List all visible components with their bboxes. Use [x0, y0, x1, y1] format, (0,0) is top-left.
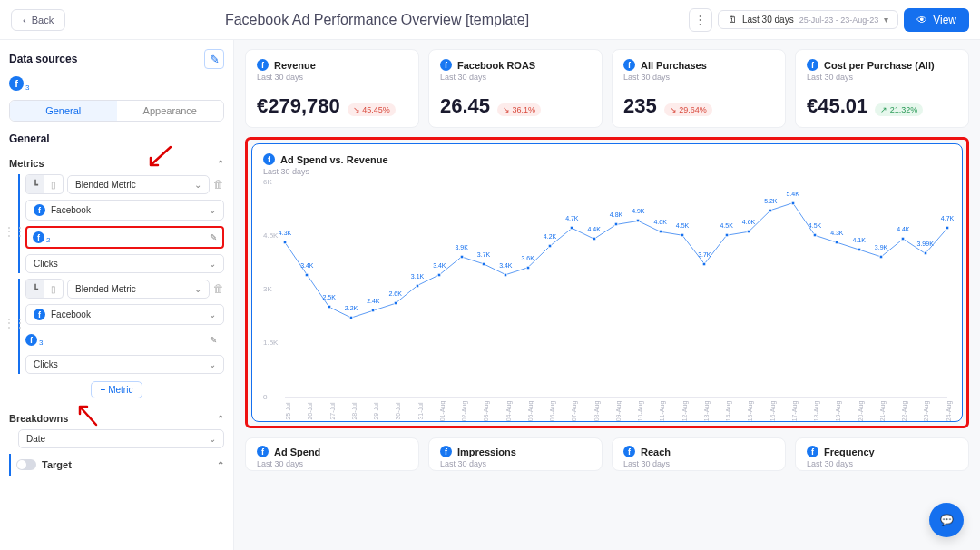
- tab-appearance[interactable]: Appearance: [117, 101, 224, 121]
- chart-card[interactable]: f Ad Spend vs. Revenue Last 30 days 01.5…: [251, 143, 963, 422]
- data-point-label: 4.6K: [742, 219, 755, 225]
- measure-label: Clicks: [34, 259, 58, 269]
- data-point[interactable]: [459, 254, 464, 259]
- chat-support-button[interactable]: 💬: [929, 503, 964, 537]
- chevron-up-icon: ⌃: [217, 159, 224, 169]
- breakdown-label: Date: [26, 434, 45, 444]
- breakdowns-section-toggle[interactable]: Breakdowns ⌃: [9, 408, 224, 429]
- pencil-icon[interactable]: ✎: [210, 232, 217, 242]
- y-axis-tick: 4.5K: [263, 231, 278, 240]
- data-point[interactable]: [482, 261, 486, 266]
- data-point[interactable]: [923, 251, 927, 256]
- x-axis-tick: 26-Jul: [307, 402, 313, 419]
- chart-style-toggle[interactable]: ┗ ▯: [25, 279, 64, 299]
- data-point-label: 3.7K: [698, 251, 710, 258]
- tab-general[interactable]: General: [10, 101, 117, 121]
- data-point[interactable]: [747, 230, 751, 234]
- data-point[interactable]: [525, 265, 530, 270]
- kpi-title: Cost per Purchase (All): [824, 60, 935, 71]
- bar-style-icon[interactable]: ▯: [44, 280, 63, 298]
- view-button[interactable]: 👁 View: [904, 8, 969, 32]
- data-point[interactable]: [879, 254, 884, 259]
- summary-card[interactable]: f Ad Spend Last 30 days: [245, 437, 419, 471]
- bar-style-icon[interactable]: ▯: [44, 175, 63, 193]
- data-point[interactable]: [592, 237, 596, 241]
- facebook-source-badge[interactable]: f 3: [9, 76, 224, 91]
- delete-metric-button[interactable]: 🗑: [213, 282, 224, 295]
- measure-dropdown[interactable]: Clicks ⌄: [25, 254, 224, 273]
- metrics-section-toggle[interactable]: Metrics ⌃: [9, 152, 224, 174]
- x-axis-tick: 31-Jul: [417, 402, 424, 419]
- drag-handle-icon[interactable]: ⋮⋮: [4, 225, 25, 238]
- data-point-label: 4.5K: [676, 222, 689, 229]
- data-point[interactable]: [437, 272, 442, 277]
- kpi-subtitle: Last 30 days: [257, 73, 407, 82]
- data-point[interactable]: [658, 230, 662, 234]
- kpi-card[interactable]: f Revenue Last 30 days €279,780 ↘ 45.45%: [245, 49, 419, 128]
- drag-handle-icon[interactable]: ⋮⋮: [4, 317, 25, 329]
- data-point[interactable]: [636, 219, 641, 223]
- pencil-icon[interactable]: ✎: [210, 335, 217, 345]
- source-facebook-dropdown[interactable]: f Facebook ⌄: [25, 200, 224, 221]
- kpi-card[interactable]: f All Purchases Last 30 days 235 ↘ 29.64…: [612, 49, 786, 128]
- metric-type-label: Blended Metric: [75, 180, 136, 190]
- data-point[interactable]: [790, 201, 795, 205]
- highlighted-source-item[interactable]: f 2 ✎: [25, 226, 224, 249]
- measure-dropdown[interactable]: Clicks ⌄: [25, 355, 224, 374]
- data-point[interactable]: [813, 233, 818, 238]
- data-point[interactable]: [349, 316, 354, 320]
- data-point[interactable]: [570, 226, 574, 231]
- facebook-icon: f: [257, 446, 269, 457]
- data-point[interactable]: [857, 248, 861, 252]
- target-section-toggle[interactable]: Target ⌃: [9, 454, 224, 476]
- data-point[interactable]: [901, 237, 906, 241]
- date-range-picker[interactable]: 🗓 Last 30 days 25-Jul-23 - 23-Aug-23 ▾: [718, 10, 898, 29]
- line-style-icon[interactable]: ┗: [26, 280, 44, 298]
- kpi-value: 235: [623, 94, 657, 118]
- kpi-card[interactable]: f Cost per Purchase (All) Last 30 days €…: [795, 49, 969, 128]
- summary-card[interactable]: f Impressions Last 30 days: [428, 437, 603, 471]
- data-point[interactable]: [702, 261, 707, 266]
- data-point[interactable]: [614, 222, 619, 227]
- source-facebook-dropdown[interactable]: f Facebook ⌄: [25, 304, 224, 325]
- kpi-card[interactable]: f Facebook ROAS Last 30 days 26.45 ↘ 36.…: [428, 49, 603, 128]
- data-point-label: 3.9K: [875, 244, 887, 250]
- data-point[interactable]: [393, 301, 397, 306]
- data-point[interactable]: [946, 226, 950, 231]
- add-metric-button[interactable]: + Metric: [91, 381, 143, 398]
- data-point[interactable]: [371, 309, 376, 313]
- summary-card[interactable]: f Frequency Last 30 days: [795, 437, 969, 471]
- data-point[interactable]: [305, 272, 309, 277]
- toggle-off-icon[interactable]: [16, 459, 36, 470]
- data-point[interactable]: [769, 208, 773, 212]
- data-point[interactable]: [724, 233, 729, 238]
- y-axis-tick: 0: [263, 392, 267, 400]
- source-item[interactable]: f 3 ✎: [25, 330, 224, 349]
- data-point[interactable]: [283, 241, 288, 245]
- back-button[interactable]: ‹ Back: [11, 9, 65, 31]
- line-style-icon[interactable]: ┗: [26, 175, 44, 193]
- summary-title: Ad Spend: [274, 447, 320, 457]
- x-axis-tick: 18-Aug: [813, 401, 819, 422]
- more-menu-button[interactable]: ⋮: [689, 8, 712, 32]
- metric-type-dropdown[interactable]: Blended Metric ⌄: [67, 175, 210, 194]
- data-point-label: 2.6K: [388, 290, 401, 297]
- x-axis-tick: 20-Aug: [858, 401, 864, 422]
- summary-subtitle: Last 30 days: [440, 459, 591, 468]
- breakdown-dropdown[interactable]: Date ⌄: [18, 429, 224, 448]
- x-axis-tick: 06-Aug: [549, 401, 555, 422]
- summary-card[interactable]: f Reach Last 30 days: [612, 437, 786, 471]
- data-point[interactable]: [504, 272, 508, 277]
- data-point[interactable]: [681, 233, 685, 238]
- data-point-label: 4.4K: [897, 226, 909, 232]
- data-point[interactable]: [835, 241, 839, 245]
- edit-sources-button[interactable]: ✎: [204, 49, 224, 69]
- metric-type-dropdown[interactable]: Blended Metric ⌄: [67, 280, 210, 299]
- data-point[interactable]: [548, 244, 553, 249]
- delete-metric-button[interactable]: 🗑: [213, 178, 224, 191]
- data-point[interactable]: [416, 283, 420, 288]
- summary-title: Reach: [641, 447, 671, 457]
- chart-style-toggle[interactable]: ┗ ▯: [25, 174, 64, 194]
- chart-highlight-box: f Ad Spend vs. Revenue Last 30 days 01.5…: [245, 137, 969, 428]
- data-point[interactable]: [327, 305, 331, 309]
